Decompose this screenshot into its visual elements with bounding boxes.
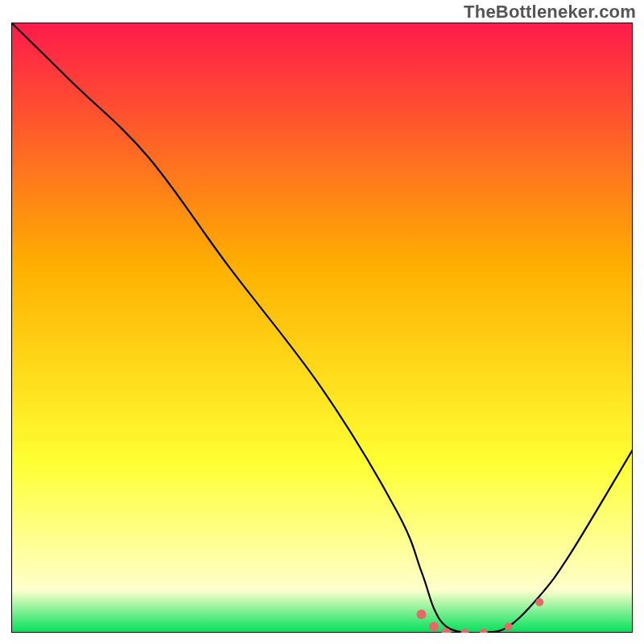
plot-area [11, 23, 633, 633]
marker-trough-a [429, 621, 439, 631]
marker-trough-end [535, 598, 543, 606]
gradient-background [11, 23, 633, 633]
watermark-text: TheBottleneker.com [464, 2, 636, 23]
chart-container: TheBottleneker.com [0, 0, 644, 644]
marker-trough-start [417, 609, 427, 619]
chart-svg [11, 23, 633, 633]
marker-trough-e [505, 622, 513, 630]
